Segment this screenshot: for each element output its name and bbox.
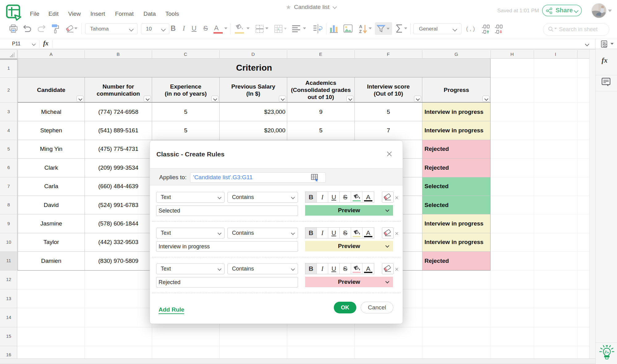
svg-text:A: A — [359, 24, 362, 29]
svg-text:a: a — [278, 27, 279, 31]
svg-text:Zia: Zia — [604, 350, 609, 354]
svg-text:Z: Z — [359, 29, 362, 34]
